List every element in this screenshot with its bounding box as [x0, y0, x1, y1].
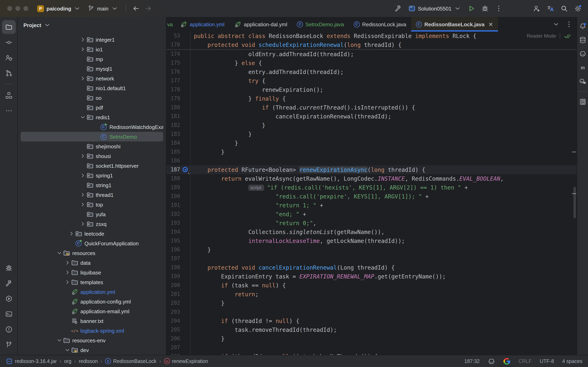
tool-copilot-chat-button[interactable]	[577, 75, 588, 87]
tree-item-socket1-httpserver[interactable]: socket1.httpserver	[21, 161, 163, 171]
line-number[interactable]: 181	[166, 112, 180, 121]
tree-item-redis1[interactable]: redis1	[21, 112, 163, 122]
tab-va[interactable]: va	[166, 17, 175, 32]
scrollbar-mark[interactable]	[572, 193, 576, 194]
tool-maven-button[interactable]: m	[577, 61, 588, 74]
search-everywhere-button[interactable]	[558, 3, 570, 14]
tool-more-button[interactable]	[2, 104, 16, 118]
tree-item-resources[interactable]: resources	[21, 248, 163, 258]
project-widget[interactable]: P paicoding	[34, 3, 84, 14]
minimize-window-button[interactable]	[15, 6, 20, 11]
tree-item-thread1[interactable]: thread1	[21, 190, 163, 200]
tool-services-button[interactable]	[2, 292, 16, 306]
chevron-right-icon[interactable]	[80, 220, 86, 228]
tool-build-button[interactable]	[2, 276, 16, 290]
breadcrumb-renewexpiration[interactable]: mrenewExpiration	[164, 358, 208, 364]
close-window-button[interactable]	[7, 6, 12, 11]
chevron-down-icon[interactable]	[64, 347, 71, 353]
close-tab-icon[interactable]: ✕	[489, 21, 493, 27]
tool-git-branch-button[interactable]	[2, 338, 16, 352]
line-number[interactable]: 183	[166, 130, 180, 139]
tool-notifications-button[interactable]	[577, 20, 588, 32]
tree-item-templates[interactable]: templates	[21, 277, 163, 287]
tool-structure-button[interactable]	[2, 89, 16, 102]
editor-scrollbar[interactable]	[573, 187, 576, 218]
reader-mode-label[interactable]: Reader Mode	[527, 33, 556, 39]
build-project-button[interactable]	[392, 3, 404, 14]
line-number[interactable]: 205	[166, 325, 180, 334]
tool-debug-button[interactable]	[2, 261, 16, 275]
tree-item-data[interactable]: data	[21, 258, 163, 267]
line-number[interactable]: 194	[166, 228, 180, 236]
tree-item-pdf[interactable]: pdf	[21, 103, 163, 112]
line-number[interactable]: 177	[166, 76, 180, 85]
forward-button[interactable]	[142, 3, 154, 14]
tree-item-string1[interactable]: string1	[21, 180, 163, 190]
line-number[interactable]: 202	[166, 299, 180, 308]
chevron-right-icon[interactable]	[80, 201, 86, 208]
line-number[interactable]: 195	[166, 236, 180, 245]
chevron-right-icon[interactable]	[64, 278, 71, 286]
tool-problems-button[interactable]	[2, 323, 16, 336]
tree-item-integer1[interactable]: integer1	[21, 35, 163, 44]
tree-item-yufa[interactable]: yufa	[21, 209, 163, 219]
line-number[interactable]: 184	[166, 139, 180, 148]
line-number[interactable]: 170	[166, 41, 180, 49]
line-number[interactable]: 53	[166, 32, 180, 41]
tree-item-leetcode[interactable]: leetcode	[21, 229, 163, 238]
line-number[interactable]: 182	[166, 121, 180, 130]
tree-item-resources-env[interactable]: resources-env	[21, 335, 163, 345]
tree-item-quickforumapplication[interactable]: CQuickForumApplication	[21, 238, 163, 248]
tree-item-mysql1[interactable]: mysql1	[21, 64, 163, 74]
chevron-right-icon[interactable]	[80, 36, 86, 43]
back-button[interactable]	[130, 3, 142, 14]
chevron-right-icon[interactable]	[80, 191, 86, 199]
line-number[interactable]: 196	[166, 245, 180, 254]
line-number[interactable]: 175	[166, 58, 180, 67]
tab-redissonbaselock-java[interactable]: CRedissonBaseLock.java✕	[411, 17, 498, 32]
tree-item-application-email-yml[interactable]: application-email.yml	[21, 306, 163, 316]
breadcrumb-redissonbaselock[interactable]: CRedissonBaseLock	[105, 358, 156, 364]
inspections-ok-icon[interactable]	[564, 32, 571, 40]
breadcrumb-redisson[interactable]: redisson	[79, 358, 98, 364]
line-number[interactable]: 201	[166, 290, 180, 299]
chevron-right-icon[interactable]	[68, 230, 75, 237]
branch-widget[interactable]: main	[84, 3, 121, 14]
line-number[interactable]: 192	[166, 210, 180, 219]
tree-item-shousi[interactable]: shousi	[21, 151, 163, 161]
tree-item-setnxdemo[interactable]: CSetnxDemo	[21, 132, 163, 142]
chevron-right-icon[interactable]	[64, 259, 71, 266]
line-number[interactable]: 190	[166, 192, 180, 201]
chevron-right-icon[interactable]	[64, 269, 71, 276]
run-button[interactable]	[465, 3, 477, 14]
tree-item-dev[interactable]: dev	[21, 345, 163, 355]
settings-button[interactable]	[572, 3, 584, 14]
breadcrumb-org[interactable]: org	[64, 358, 71, 364]
tree-item-io1[interactable]: io1	[21, 44, 163, 54]
editor-area[interactable]: vaapplication.ymlapplication-dal.ymlCSet…	[166, 17, 577, 355]
tool-terminal-button[interactable]	[2, 307, 16, 321]
line-number[interactable]: 191	[166, 201, 180, 210]
chevron-right-icon[interactable]	[80, 172, 86, 179]
tree-item-application-yml[interactable]: application.yml	[21, 287, 163, 297]
line-number[interactable]: 176	[166, 67, 180, 76]
tree-item-zsxq[interactable]: zsxq	[21, 219, 163, 229]
tree-item-liquibase[interactable]: liquibase	[21, 267, 163, 277]
indent-indicator[interactable]: 4 spaces	[562, 358, 582, 364]
chevron-down-icon[interactable]	[56, 250, 63, 256]
tree-item-oo[interactable]: oo	[21, 93, 163, 103]
copilot-status-icon[interactable]	[488, 358, 495, 365]
tool-project-folder-button[interactable]	[2, 20, 16, 34]
tool-vcs-graph-button[interactable]	[2, 66, 16, 80]
line-number[interactable]: 179	[166, 94, 180, 103]
translate-button[interactable]	[544, 3, 556, 14]
tree-item-mp[interactable]: mp	[21, 54, 163, 64]
line-number[interactable]: 180	[166, 103, 180, 112]
line-number[interactable]: 193	[166, 219, 180, 228]
tree-item-logback-spring-xml[interactable]: </>logback-spring.xml	[21, 326, 163, 335]
line-number[interactable]: 185	[166, 148, 180, 156]
line-number[interactable]: 178	[166, 85, 180, 94]
chevron-down-icon[interactable]	[44, 21, 51, 29]
more-actions-button[interactable]	[493, 3, 505, 14]
line-number[interactable]: 186	[166, 156, 180, 165]
